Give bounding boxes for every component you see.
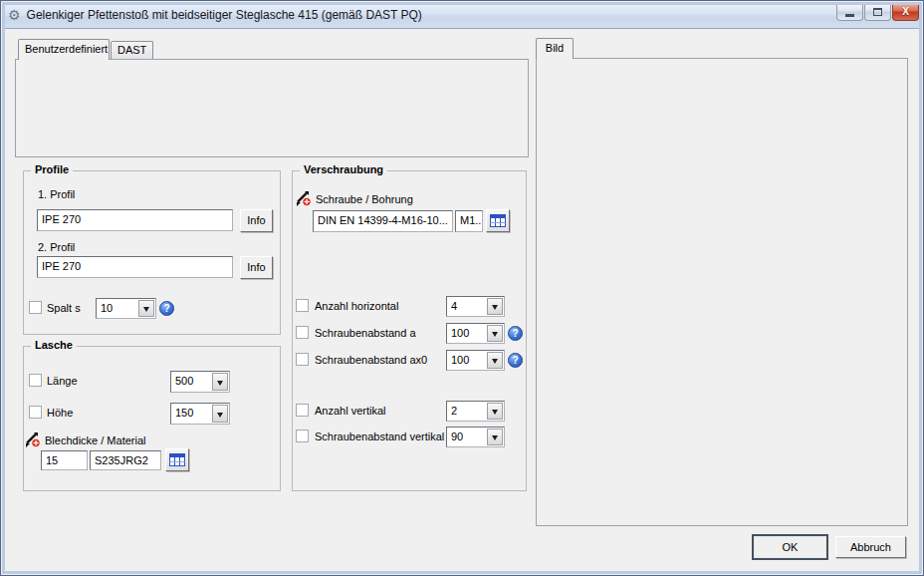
minimize-button[interactable] (836, 3, 863, 21)
titlebar: ⚙ Gelenkiger Pfettenstoß mit beidseitige… (2, 2, 922, 29)
schraubenabstand-vertikal-label: Schraubenabstand vertikal (315, 431, 444, 442)
anzahl-horizontal-combobox[interactable]: 4 (446, 296, 505, 317)
spalt-checkbox[interactable] (29, 301, 42, 314)
spalt-label: Spalt s (47, 302, 81, 314)
schraubenabstand-a-checkbox[interactable] (296, 326, 309, 339)
schraube-field[interactable]: DIN EN 14399-4-M16-10... (313, 210, 453, 232)
dialog-window: ⚙ Gelenkiger Pfettenstoß mit beidseitige… (0, 0, 924, 576)
profil2-info-button[interactable]: Info (240, 256, 273, 279)
chevron-down-icon[interactable] (487, 325, 503, 342)
schraubenabstand-ax0-combobox[interactable]: 100 (446, 350, 505, 371)
schraubenabstand-vertikal-combobox[interactable]: 90 (446, 427, 505, 447)
schraubenabstand-a-combobox[interactable]: 100 (446, 323, 505, 344)
table-icon (490, 214, 506, 227)
bild-pane (536, 58, 908, 526)
lasche-group-title: Lasche (31, 339, 77, 351)
chevron-down-icon[interactable] (212, 405, 228, 423)
material-table-button[interactable] (165, 448, 189, 471)
schraubenabstand-a-value: 100 (451, 324, 486, 343)
chevron-down-icon[interactable] (487, 298, 503, 315)
schraubenabstand-ax0-value: 100 (451, 351, 486, 370)
anzahl-vertikal-value: 2 (451, 402, 486, 421)
profil2-label: 2. Profil (38, 241, 75, 253)
preset-pane (15, 59, 529, 157)
chevron-down-icon[interactable] (138, 300, 154, 317)
chevron-down-icon[interactable] (212, 373, 228, 391)
schraube-label: Schraube / Bohrung (316, 193, 413, 205)
laenge-value: 500 (175, 372, 211, 392)
profil1-label: 1. Profil (38, 188, 75, 200)
blechdicke-label: Blechdicke / Material (45, 434, 146, 446)
chevron-down-icon[interactable] (487, 403, 503, 420)
close-button[interactable]: X (892, 3, 919, 21)
anzahl-horizontal-checkbox[interactable] (296, 299, 309, 312)
profile-group-title: Profile (31, 163, 73, 175)
maximize-button[interactable] (864, 3, 891, 21)
window-title: Gelenkiger Pfettenstoß mit beidseitiger … (27, 8, 422, 22)
tab-bild[interactable]: Bild (536, 38, 574, 59)
tab-benutzerdefiniert[interactable]: Benutzerdefiniert (18, 39, 110, 60)
gear-icon: ⚙ (8, 8, 21, 22)
assign-icon[interactable] (296, 190, 312, 206)
schraubenabstand-a-label: Schraubenabstand a (315, 327, 416, 339)
verschraubung-group-title: Verschraubung (300, 163, 387, 175)
bohrung-field[interactable]: M1... (455, 210, 483, 232)
anzahl-vertikal-checkbox[interactable] (296, 404, 309, 417)
schraubenabstand-a-help-icon[interactable]: ? (508, 326, 523, 341)
hoehe-checkbox[interactable] (29, 406, 42, 419)
blechdicke-field[interactable]: 15 (41, 450, 88, 470)
schraubenabstand-vertikal-value: 90 (451, 428, 486, 446)
spalt-help-icon[interactable]: ? (159, 301, 174, 316)
profil2-field[interactable]: IPE 270 (37, 256, 233, 278)
schraubenabstand-vertikal-checkbox[interactable] (296, 430, 309, 442)
schraubenabstand-ax0-help-icon[interactable]: ? (508, 353, 523, 368)
profil1-field[interactable]: IPE 270 (37, 209, 233, 231)
schraubenabstand-ax0-label: Schraubenabstand ax0 (315, 354, 427, 366)
anzahl-vertikal-combobox[interactable]: 2 (446, 401, 505, 422)
anzahl-horizontal-value: 4 (451, 297, 486, 316)
abbruch-button[interactable]: Abbruch (835, 536, 906, 558)
laenge-combobox[interactable]: 500 (170, 371, 230, 393)
tab-dast[interactable]: DAST (111, 41, 153, 60)
window-controls: X (836, 3, 919, 21)
anzahl-vertikal-label: Anzahl vertikal (315, 405, 386, 417)
anzahl-horizontal-label: Anzahl horizontal (315, 300, 398, 312)
hoehe-label: Höhe (47, 407, 73, 419)
ok-button[interactable]: OK (754, 536, 826, 558)
minimize-icon (845, 14, 854, 17)
spalt-combobox[interactable]: 10 (96, 298, 156, 319)
chevron-down-icon[interactable] (487, 429, 503, 445)
laenge-label: Länge (47, 375, 78, 387)
hoehe-value: 150 (175, 404, 211, 424)
chevron-down-icon[interactable] (487, 352, 503, 369)
table-icon (169, 453, 185, 466)
schraubenabstand-ax0-checkbox[interactable] (296, 353, 309, 366)
spalt-value: 10 (101, 299, 137, 318)
maximize-icon (873, 8, 882, 16)
material-field[interactable]: S235JRG2 (90, 450, 161, 470)
hoehe-combobox[interactable]: 150 (170, 403, 230, 425)
laenge-checkbox[interactable] (29, 374, 42, 387)
assign-icon[interactable] (25, 432, 41, 447)
schraube-table-button[interactable] (486, 209, 510, 232)
close-icon: X (902, 6, 909, 17)
profil1-info-button[interactable]: Info (240, 209, 273, 232)
